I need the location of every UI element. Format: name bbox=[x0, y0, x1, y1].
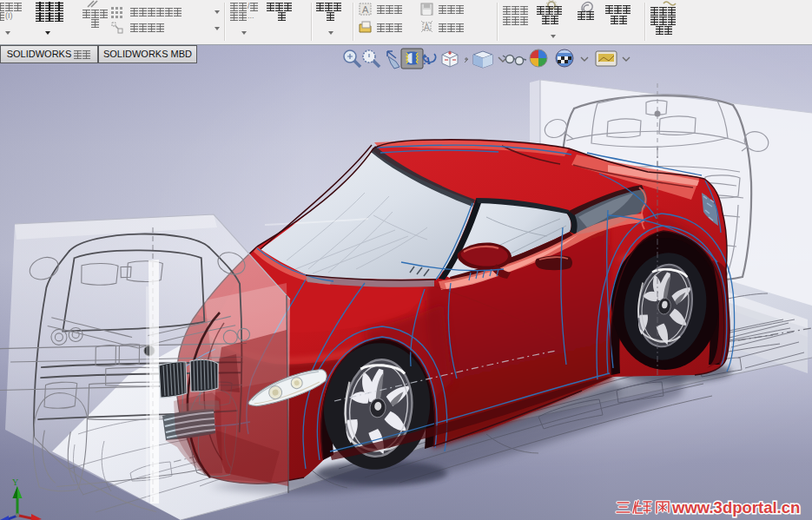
svg-text:A: A bbox=[362, 4, 369, 15]
svg-text:www.3dportal.cn: www.3dportal.cn bbox=[671, 498, 800, 517]
svg-text:A: A bbox=[424, 23, 430, 32]
svg-text:Y: Y bbox=[12, 477, 18, 487]
